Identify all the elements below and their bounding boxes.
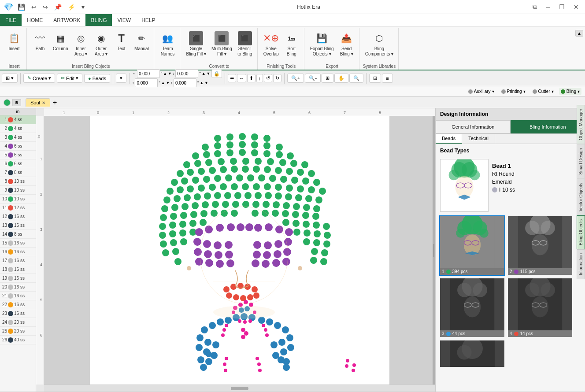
coord-y-up[interactable]: ▲ (161, 81, 165, 85)
bead-thumb-3[interactable]: 3 44 pcs (439, 277, 505, 338)
color-row-26[interactable]: 26 40 ss (0, 336, 36, 344)
ribbon-btn-insert[interactable]: 📋 Insert (4, 30, 24, 53)
coord-x-up[interactable]: ▲ (163, 71, 167, 76)
aux-item-auxiliary[interactable]: Auxiliary ▾ (467, 88, 496, 95)
color-row-9[interactable]: 9 10 ss (0, 186, 36, 195)
coord-y-input[interactable] (135, 78, 158, 87)
tab-general-info[interactable]: General Information (436, 120, 511, 133)
bead-thumb-1[interactable]: 1 394 pcs (439, 215, 505, 276)
coord-w-input[interactable] (175, 69, 198, 78)
color-row-4[interactable]: 4 6 ss (0, 142, 36, 151)
coord-h-input[interactable] (174, 78, 196, 87)
coord-x-down[interactable]: ▼ (168, 71, 172, 76)
menu-artwork[interactable]: ARTWORK (48, 14, 85, 26)
canvas-inner[interactable] (44, 116, 435, 385)
transform-btn2[interactable]: ↔ (237, 74, 246, 82)
resize-handle[interactable] (433, 116, 435, 385)
menu-file[interactable]: FILE (0, 14, 22, 26)
ribbon-btn-export-bling[interactable]: 💾 Export BlingObjects ▾ (308, 30, 336, 58)
ribbon-btn-team-names[interactable]: 👥 TeamNames (158, 30, 177, 58)
canvas-scrollbar-h[interactable] (44, 385, 435, 392)
ribbon-btn-single-bling[interactable]: ⬛ SingleBling Fill ▾ (184, 30, 208, 58)
menu-home[interactable]: HOME (22, 14, 48, 26)
color-row-14[interactable]: 14 8 ss (0, 230, 36, 239)
color-row-24[interactable]: 24 20 ss (0, 318, 36, 327)
transform-btn6[interactable]: ↻ (273, 74, 281, 82)
ribbon-btn-path[interactable]: 〰 Path (30, 30, 50, 53)
ribbon-btn-stencil[interactable]: ⬛ Stencilto Bling (235, 30, 255, 58)
aux-item-bling[interactable]: Bling ▾ (559, 88, 581, 95)
zoom-fit-btn[interactable]: ⊞ (322, 74, 333, 83)
color-row-3[interactable]: 3 4 ss (0, 133, 36, 142)
lock-btn[interactable]: 🔒 (211, 70, 222, 78)
ribbon-btn-multi-bling[interactable]: ⬛ Multi-BlingFill ▾ (209, 30, 234, 58)
color-row-19[interactable]: 19 16 ss (0, 274, 36, 283)
transform-btn5[interactable]: ↺ (264, 74, 272, 82)
ribbon-btn-bling-components[interactable]: ⬡ BlingComponents ▾ (363, 30, 396, 58)
side-tab-smart-design[interactable]: Smart Design (577, 144, 585, 179)
coord-w-up[interactable]: ▲ (202, 71, 206, 76)
side-tab-object-manager[interactable]: Object Manager (577, 105, 585, 144)
color-row-17[interactable]: 17 16 ss (0, 256, 36, 265)
ribbon-btn-column[interactable]: ▦ Column (51, 30, 70, 53)
transform-btn4[interactable]: ↕ (256, 74, 263, 82)
coord-x-input[interactable] (137, 69, 160, 78)
close-btn[interactable]: ✕ (571, 2, 581, 11)
restore-btn[interactable]: ❐ (556, 2, 567, 11)
save-btn[interactable]: 💾 (15, 3, 28, 11)
aux-item-cutter[interactable]: Cutter ▾ (531, 88, 555, 95)
color-row-23[interactable]: 23 16 ss (0, 309, 36, 318)
zoom-in-btn[interactable]: 🔍+ (287, 74, 304, 83)
transform-btn3[interactable]: ⬆ (247, 74, 255, 82)
toolbar-edit-btn[interactable]: ✏ Edit ▾ (57, 74, 82, 83)
color-row-13[interactable]: 13 16 ss (0, 221, 36, 230)
zoom-out-btn[interactable]: 🔍- (305, 74, 321, 83)
bead-thumb-4[interactable]: 4 14 pcs (507, 277, 573, 338)
side-tab-vector-objects[interactable]: Vector Objects (577, 179, 585, 215)
color-row-15[interactable]: 15 16 ss (0, 239, 36, 248)
close-tab-btn[interactable]: ✕ (42, 100, 45, 105)
coord-h-up[interactable]: ▲ (200, 81, 204, 85)
side-tab-information[interactable]: Information (577, 249, 585, 279)
color-row-10[interactable]: 10 10 ss (0, 195, 36, 203)
add-tab-btn[interactable]: + (53, 99, 57, 107)
toolbar-layout-btn[interactable]: ⊞ ▾ (2, 74, 18, 83)
subtab-technical[interactable]: Technical (462, 134, 495, 144)
color-row-2[interactable]: 2 4 ss (0, 124, 36, 133)
coord-y-down[interactable]: ▼ (166, 81, 170, 85)
pin-btn[interactable]: 📌 (52, 3, 64, 11)
aux-item-printing[interactable]: Printing ▾ (500, 88, 527, 95)
bolt-btn[interactable]: ⚡ (65, 3, 78, 11)
color-row-7[interactable]: 7 8 ss (0, 168, 36, 177)
ribbon-btn-sort-bling[interactable]: 1₂₃ SortBling (282, 30, 301, 58)
bead-thumb-5[interactable] (439, 340, 505, 368)
toolbar-beads-btn[interactable]: ● Beads (84, 74, 110, 83)
minimize-btn[interactable]: ─ (543, 2, 553, 11)
subtab-beads[interactable]: Beads (436, 134, 462, 144)
color-row-11[interactable]: 11 12 ss (0, 203, 36, 212)
ribbon-btn-text[interactable]: T Text (111, 30, 131, 53)
fullscreen-btn[interactable]: ⧉ (530, 2, 540, 11)
color-row-22[interactable]: 22 16 ss (0, 300, 36, 309)
color-row-21[interactable]: 21 16 ss (0, 292, 36, 300)
side-tab-bling-objects[interactable]: Bling Objects (577, 215, 585, 249)
toolbar-create-btn[interactable]: ✎ Create ▾ (23, 74, 55, 83)
tab-bling-info[interactable]: Bling Information (511, 120, 585, 133)
color-row-8[interactable]: 8 10 ss (0, 177, 36, 186)
redo-btn[interactable]: ↪ (40, 3, 51, 11)
ribbon-btn-outer-area[interactable]: ◉ OuterArea ▾ (91, 30, 111, 58)
ribbon-btn-manual[interactable]: ✏ Manual (132, 30, 151, 53)
color-row-6[interactable]: 6 6 ss (0, 159, 36, 168)
bead-thumb-2[interactable]: 2 115 pcs (507, 215, 573, 276)
menu-bling[interactable]: BLING (85, 14, 112, 26)
toolbar-select-btn[interactable]: ▾ (116, 74, 126, 83)
layout-btn1[interactable]: ⊞ (369, 74, 381, 83)
transform-btn1[interactable]: ⬅ (228, 74, 236, 82)
ribbon-btn-send-bling[interactable]: 📤 SendBling ▾ (337, 30, 356, 58)
color-row-18[interactable]: 18 16 ss (0, 265, 36, 274)
more-btn[interactable]: ▾ (79, 3, 87, 11)
coord-h-down[interactable]: ▼ (204, 81, 208, 85)
undo-btn[interactable]: ↩ (29, 3, 39, 11)
ribbon-btn-inner-area[interactable]: ◎ InnerArea ▾ (71, 30, 90, 58)
ribbon-btn-solve-overlap[interactable]: ✕⊕ SolveOverlap (261, 30, 281, 58)
